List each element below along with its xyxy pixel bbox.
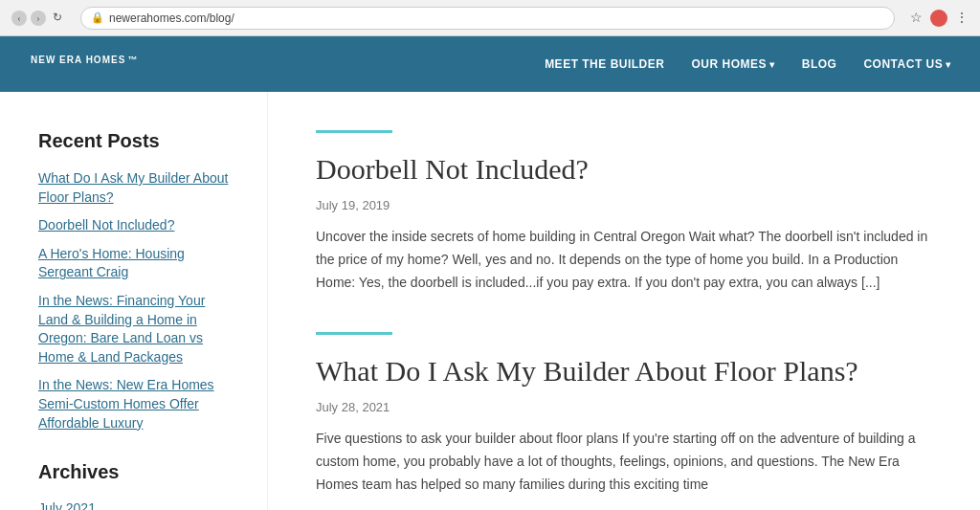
list-item: A Hero's Home: Housing Sergeant Craig bbox=[38, 245, 238, 282]
browser-actions: ☆ ⋮ bbox=[910, 10, 969, 27]
url-text: newerahomes.com/blog/ bbox=[109, 11, 234, 25]
nav-contact-us[interactable]: CONTACT US bbox=[863, 57, 951, 71]
main-nav: MEET THE BUILDER OUR HOMES BLOG CONTACT … bbox=[545, 57, 951, 71]
menu-icon[interactable]: ⋮ bbox=[955, 10, 969, 26]
url-bar[interactable]: 🔒 newerahomes.com/blog/ bbox=[80, 7, 895, 30]
post-divider-2 bbox=[316, 332, 392, 335]
sidebar: Recent Posts What Do I Ask My Builder Ab… bbox=[0, 92, 268, 510]
recent-posts-title: Recent Posts bbox=[38, 130, 238, 152]
archives-section: Archives July 2021 July 2019 bbox=[38, 461, 238, 510]
post-excerpt-1: Uncover the inside secrets of home build… bbox=[316, 226, 932, 294]
blog-posts-area: Doorbell Not Included? July 19, 2019 Unc… bbox=[268, 92, 980, 510]
forward-button[interactable]: › bbox=[31, 11, 46, 26]
logo-trademark: ™ bbox=[127, 55, 138, 65]
reload-button[interactable]: ↻ bbox=[50, 11, 65, 26]
site-header: NEW ERA HOMES™ MEET THE BUILDER OUR HOME… bbox=[0, 36, 980, 92]
recent-post-link-2[interactable]: Doorbell Not Included? bbox=[38, 217, 174, 233]
profile-icon[interactable] bbox=[930, 10, 947, 27]
post-date-1: July 19, 2019 bbox=[316, 198, 932, 212]
post-divider-1 bbox=[316, 130, 392, 133]
archives-title: Archives bbox=[38, 461, 238, 483]
list-item: July 2021 bbox=[38, 500, 238, 510]
post-excerpt-2: Five questions to ask your builder about… bbox=[316, 428, 932, 496]
site-logo[interactable]: NEW ERA HOMES™ bbox=[29, 55, 138, 75]
post-title-1[interactable]: Doorbell Not Included? bbox=[316, 152, 932, 187]
post-date-2: July 28, 2021 bbox=[316, 400, 932, 414]
recent-posts-list: What Do I Ask My Builder About Floor Pla… bbox=[38, 169, 238, 432]
star-icon[interactable]: ☆ bbox=[910, 10, 923, 26]
lock-icon: 🔒 bbox=[91, 11, 104, 24]
recent-post-link-4[interactable]: In the News: Financing Your Land & Build… bbox=[38, 293, 205, 365]
nav-meet-the-builder[interactable]: MEET THE BUILDER bbox=[545, 57, 664, 71]
main-content: Recent Posts What Do I Ask My Builder Ab… bbox=[0, 92, 980, 510]
archives-list: July 2021 July 2019 bbox=[38, 500, 238, 510]
browser-chrome: ‹ › ↻ 🔒 newerahomes.com/blog/ ☆ ⋮ bbox=[0, 0, 980, 36]
post-title-2[interactable]: What Do I Ask My Builder About Floor Pla… bbox=[316, 354, 932, 388]
logo-text: NEW ERA HOMES bbox=[31, 55, 125, 65]
list-item: What Do I Ask My Builder About Floor Pla… bbox=[38, 169, 238, 207]
nav-blog[interactable]: BLOG bbox=[802, 57, 837, 71]
list-item: In the News: Financing Your Land & Build… bbox=[38, 292, 238, 366]
recent-post-link-3[interactable]: A Hero's Home: Housing Sergeant Craig bbox=[38, 246, 185, 280]
back-button[interactable]: ‹ bbox=[11, 11, 27, 26]
archive-link-july-2021[interactable]: July 2021 bbox=[38, 500, 96, 510]
recent-post-link-1[interactable]: What Do I Ask My Builder About Floor Pla… bbox=[38, 170, 228, 205]
recent-post-link-5[interactable]: In the News: New Era Homes Semi-Custom H… bbox=[38, 377, 214, 430]
browser-nav: ‹ › ↻ bbox=[11, 11, 65, 26]
post-block-1: Doorbell Not Included? July 19, 2019 Unc… bbox=[316, 130, 932, 294]
nav-our-homes[interactable]: OUR HOMES bbox=[691, 57, 774, 71]
post-block-2: What Do I Ask My Builder About Floor Pla… bbox=[316, 332, 932, 496]
list-item: In the News: New Era Homes Semi-Custom H… bbox=[38, 376, 238, 432]
list-item: Doorbell Not Included? bbox=[38, 216, 238, 235]
